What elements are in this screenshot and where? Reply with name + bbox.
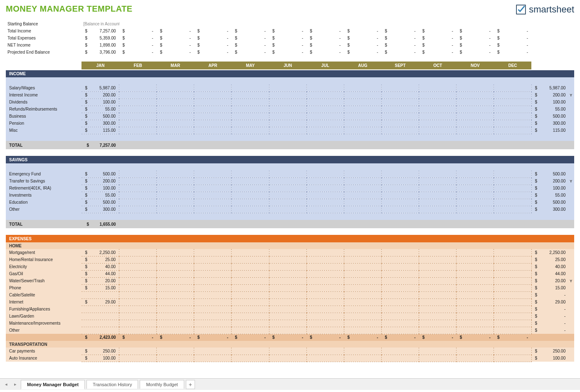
- cell[interactable]: [494, 327, 531, 334]
- cell[interactable]: [344, 284, 381, 291]
- cell[interactable]: [269, 320, 306, 327]
- cell[interactable]: [157, 298, 194, 306]
- cell[interactable]: [306, 113, 344, 120]
- cell[interactable]: [119, 256, 157, 263]
- cell[interactable]: [157, 113, 194, 120]
- cell[interactable]: [269, 355, 306, 362]
- cell[interactable]: [232, 270, 269, 277]
- cell[interactable]: [494, 284, 531, 291]
- cell[interactable]: [269, 249, 306, 256]
- cell[interactable]: [382, 91, 419, 99]
- cell[interactable]: [157, 206, 194, 213]
- cell[interactable]: [344, 185, 381, 192]
- cell[interactable]: $500.00: [81, 113, 119, 120]
- cell[interactable]: [232, 291, 269, 298]
- cell[interactable]: [382, 206, 419, 213]
- cell[interactable]: [306, 306, 344, 313]
- cell[interactable]: [494, 270, 531, 277]
- cell[interactable]: [382, 327, 419, 334]
- cell[interactable]: [344, 192, 381, 199]
- cell[interactable]: [157, 270, 194, 277]
- cell[interactable]: [344, 170, 381, 178]
- cell[interactable]: [157, 355, 194, 362]
- cell[interactable]: $-: [269, 35, 306, 42]
- cell[interactable]: [119, 206, 157, 213]
- cell[interactable]: [382, 277, 419, 284]
- cell[interactable]: $-: [269, 49, 306, 56]
- cell[interactable]: [306, 20, 344, 27]
- cell[interactable]: $-: [457, 27, 494, 35]
- cell[interactable]: [306, 127, 344, 134]
- cell[interactable]: [119, 355, 157, 362]
- cell[interactable]: [119, 127, 157, 134]
- cell[interactable]: [419, 298, 457, 306]
- cell[interactable]: [232, 99, 269, 106]
- cell[interactable]: [232, 206, 269, 213]
- cell[interactable]: [344, 127, 381, 134]
- cell[interactable]: $-: [157, 49, 194, 56]
- cell[interactable]: [232, 106, 269, 113]
- cell[interactable]: [494, 99, 531, 106]
- cell[interactable]: [232, 327, 269, 334]
- cell[interactable]: $29.00: [81, 298, 119, 306]
- cell[interactable]: $300.00: [81, 206, 119, 213]
- cell[interactable]: [194, 277, 232, 284]
- tab-monthly-budget[interactable]: Monthly Budget: [140, 380, 184, 389]
- cell[interactable]: [232, 91, 269, 99]
- cell[interactable]: [344, 249, 381, 256]
- cell[interactable]: [306, 170, 344, 178]
- cell[interactable]: [382, 263, 419, 270]
- cell[interactable]: [157, 284, 194, 291]
- cell[interactable]: [419, 199, 457, 206]
- cell[interactable]: [232, 192, 269, 199]
- cell[interactable]: [457, 99, 494, 106]
- cell[interactable]: [419, 291, 457, 298]
- cell[interactable]: [194, 270, 232, 277]
- cell[interactable]: [306, 192, 344, 199]
- cell[interactable]: $-: [494, 35, 531, 42]
- cell[interactable]: [119, 91, 157, 99]
- cell[interactable]: [457, 256, 494, 263]
- cell[interactable]: [382, 284, 419, 291]
- cell[interactable]: $-: [494, 49, 531, 56]
- cell[interactable]: $-: [306, 49, 344, 56]
- cell[interactable]: [269, 99, 306, 106]
- cell[interactable]: [157, 178, 194, 185]
- cell[interactable]: [306, 84, 344, 91]
- cell[interactable]: [457, 192, 494, 199]
- cell[interactable]: [269, 291, 306, 298]
- cell[interactable]: [269, 199, 306, 206]
- cell[interactable]: [344, 206, 381, 213]
- cell[interactable]: $2,250.00: [81, 249, 119, 256]
- cell[interactable]: [494, 277, 531, 284]
- cell[interactable]: [157, 199, 194, 206]
- cell[interactable]: [119, 170, 157, 178]
- cell[interactable]: [457, 120, 494, 127]
- cell[interactable]: $115.00: [81, 127, 119, 134]
- cell[interactable]: [157, 263, 194, 270]
- cell[interactable]: [382, 306, 419, 313]
- cell[interactable]: [419, 249, 457, 256]
- cell[interactable]: [157, 256, 194, 263]
- cell[interactable]: [232, 185, 269, 192]
- cell[interactable]: [194, 320, 232, 327]
- cell[interactable]: [344, 113, 381, 120]
- cell[interactable]: $-: [306, 35, 344, 42]
- cell[interactable]: [81, 320, 119, 327]
- spreadsheet-body[interactable]: MONEY MANAGER TEMPLATE smartsheet Starti…: [0, 0, 580, 378]
- cell[interactable]: [419, 206, 457, 213]
- cell[interactable]: [157, 327, 194, 334]
- cell[interactable]: [306, 284, 344, 291]
- cell[interactable]: [457, 284, 494, 291]
- cell[interactable]: [457, 199, 494, 206]
- cell[interactable]: $-: [119, 49, 157, 56]
- cell[interactable]: [382, 113, 419, 120]
- cell[interactable]: [306, 185, 344, 192]
- cell[interactable]: [419, 327, 457, 334]
- cell[interactable]: [494, 256, 531, 263]
- cell[interactable]: [119, 185, 157, 192]
- cell[interactable]: [344, 313, 381, 320]
- cell[interactable]: [306, 91, 344, 99]
- cell[interactable]: [344, 199, 381, 206]
- cell[interactable]: [419, 320, 457, 327]
